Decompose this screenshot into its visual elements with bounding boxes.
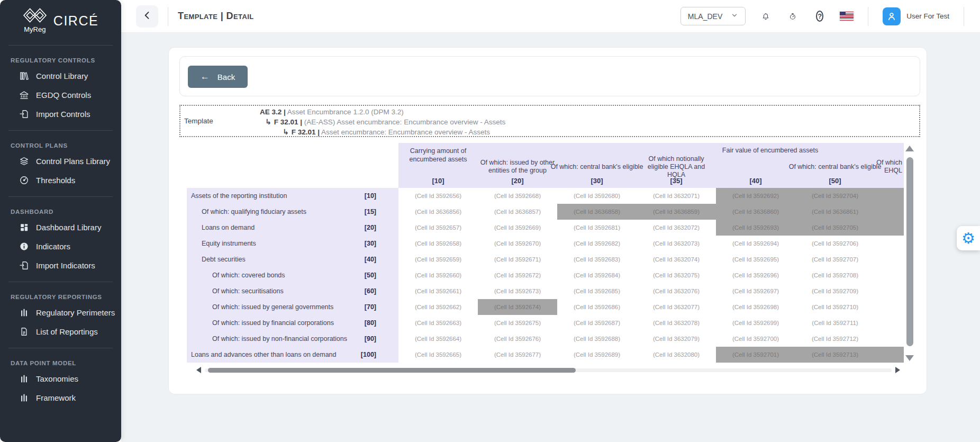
sidebar-item-regulatory-perimeters[interactable]: Regulatory Perimeters <box>0 303 121 322</box>
data-cell-partial[interactable] <box>875 220 904 236</box>
data-cell[interactable]: (Cell Id 3592693) <box>716 220 795 236</box>
environment-select[interactable]: MLA_DEV <box>680 7 746 25</box>
data-cell[interactable]: (Cell Id 3592657) <box>398 220 478 236</box>
data-cell[interactable]: (Cell Id 3592665) <box>398 347 478 363</box>
data-cell[interactable]: (Cell Id 3636857) <box>478 204 557 220</box>
data-cell[interactable]: (Cell Id 3592676) <box>478 331 557 347</box>
data-cell[interactable]: (Cell Id 3592668) <box>478 188 557 204</box>
help-icon[interactable]: ? <box>813 10 827 23</box>
sidebar-item-taxonomies[interactable]: Taxonomies <box>0 369 121 388</box>
data-cell[interactable]: (Cell Id 3592681) <box>557 220 637 236</box>
sidebar-item-indicators[interactable]: Indicators <box>0 237 121 256</box>
data-cell[interactable]: (Cell Id 3632075) <box>637 267 716 283</box>
data-cell-partial[interactable] <box>875 315 904 331</box>
data-cell[interactable]: (Cell Id 3592664) <box>398 331 478 347</box>
notifications-bell-icon[interactable] <box>759 10 773 23</box>
sidebar-item-list-of-reportings[interactable]: List of Reportings <box>0 322 121 341</box>
data-cell[interactable]: (Cell Id 3592669) <box>478 220 557 236</box>
data-cell[interactable]: (Cell Id 3636861) <box>795 204 875 220</box>
scroll-left-arrow[interactable] <box>196 367 201 373</box>
data-cell[interactable]: (Cell Id 3592661) <box>398 283 478 299</box>
data-cell[interactable]: (Cell Id 3592682) <box>557 236 637 251</box>
sidebar-item-control-library[interactable]: Control Library <box>0 66 121 85</box>
data-cell[interactable]: (Cell Id 3632077) <box>637 299 716 315</box>
data-cell[interactable]: (Cell Id 3592700) <box>716 331 795 347</box>
data-cell[interactable]: (Cell Id 3592660) <box>398 267 478 283</box>
data-cell[interactable]: (Cell Id 3632080) <box>637 347 716 363</box>
data-cell[interactable]: (Cell Id 3632079) <box>637 331 716 347</box>
data-cell[interactable]: (Cell Id 3592680) <box>557 188 637 204</box>
data-cell[interactable]: (Cell Id 3592684) <box>557 267 637 283</box>
data-cell[interactable]: (Cell Id 3592698) <box>716 299 795 315</box>
data-cell-partial[interactable] <box>875 347 904 363</box>
data-cell[interactable]: (Cell Id 3636856) <box>398 204 478 220</box>
data-cell[interactable]: (Cell Id 3592670) <box>478 236 557 251</box>
data-cell[interactable]: (Cell Id 3632076) <box>637 283 716 299</box>
data-cell[interactable]: (Cell Id 3592674) <box>478 299 557 315</box>
horizontal-scrollbar[interactable] <box>196 366 900 374</box>
data-cell[interactable]: (Cell Id 3592672) <box>478 267 557 283</box>
data-cell-partial[interactable] <box>875 283 904 299</box>
data-cell[interactable]: (Cell Id 3592658) <box>398 236 478 251</box>
data-cell[interactable]: (Cell Id 3592697) <box>716 283 795 299</box>
data-cell[interactable]: (Cell Id 3592712) <box>795 331 875 347</box>
data-cell[interactable]: (Cell Id 3632074) <box>637 251 716 267</box>
data-cell[interactable]: (Cell Id 3592705) <box>795 220 875 236</box>
data-cell[interactable]: (Cell Id 3592656) <box>398 188 478 204</box>
sidebar-item-framework[interactable]: Framework <box>0 388 121 407</box>
data-cell[interactable]: (Cell Id 3632078) <box>637 315 716 331</box>
data-cell[interactable]: (Cell Id 3592685) <box>557 283 637 299</box>
data-cell[interactable]: (Cell Id 3636858) <box>557 204 637 220</box>
data-cell[interactable]: (Cell Id 3592687) <box>557 315 637 331</box>
data-cell[interactable]: (Cell Id 3592708) <box>795 267 875 283</box>
data-cell[interactable]: (Cell Id 3592704) <box>795 188 875 204</box>
sidebar-item-control-plans-library[interactable]: Control Plans Library <box>0 151 121 170</box>
data-cell[interactable]: (Cell Id 3592701) <box>716 347 795 363</box>
data-cell[interactable]: (Cell Id 3592689) <box>557 347 637 363</box>
data-cell[interactable]: (Cell Id 3592663) <box>398 315 478 331</box>
vertical-scroll-thumb[interactable] <box>906 157 913 346</box>
sidebar-item-import-controls[interactable]: Import Controls <box>0 104 121 123</box>
data-cell[interactable]: (Cell Id 3592677) <box>478 347 557 363</box>
data-cell[interactable]: (Cell Id 3592673) <box>478 283 557 299</box>
data-cell-partial[interactable] <box>875 331 904 347</box>
data-cell-partial[interactable] <box>875 236 904 251</box>
back-button[interactable]: ← Back <box>188 66 248 88</box>
data-cell-partial[interactable] <box>875 299 904 315</box>
data-cell[interactable]: (Cell Id 3592695) <box>716 251 795 267</box>
data-cell[interactable]: (Cell Id 3592707) <box>795 251 875 267</box>
us-flag-icon[interactable] <box>840 12 854 21</box>
data-cell[interactable]: (Cell Id 3636859) <box>637 204 716 220</box>
data-cell[interactable]: (Cell Id 3592692) <box>716 188 795 204</box>
data-cell[interactable]: (Cell Id 3632073) <box>637 236 716 251</box>
sidebar-item-dashboard-library[interactable]: Dashboard Library <box>0 218 121 237</box>
scroll-right-arrow[interactable] <box>895 367 900 373</box>
data-cell[interactable]: (Cell Id 3592659) <box>398 251 478 267</box>
user-menu[interactable]: User For Test <box>883 7 949 25</box>
horizontal-scroll-thumb[interactable] <box>208 368 576 373</box>
data-cell[interactable]: (Cell Id 3592713) <box>795 347 875 363</box>
timer-stopwatch-icon[interactable] <box>786 10 800 23</box>
data-cell[interactable]: (Cell Id 3592696) <box>716 267 795 283</box>
data-cell[interactable]: (Cell Id 3592683) <box>557 251 637 267</box>
data-cell[interactable]: (Cell Id 3632072) <box>637 220 716 236</box>
data-cell[interactable]: (Cell Id 3636860) <box>716 204 795 220</box>
data-cell[interactable]: (Cell Id 3592686) <box>557 299 637 315</box>
data-cell[interactable]: (Cell Id 3592706) <box>795 236 875 251</box>
data-cell[interactable]: (Cell Id 3592671) <box>478 251 557 267</box>
sidebar-item-import-indicators[interactable]: Import Indicators <box>0 256 121 275</box>
data-cell-partial[interactable] <box>875 204 904 220</box>
data-cell[interactable]: (Cell Id 3592675) <box>478 315 557 331</box>
sidebar-item-egdq-controls[interactable]: EGDQ Controls <box>0 85 121 104</box>
scroll-up-arrow[interactable] <box>905 146 914 151</box>
data-cell[interactable]: (Cell Id 3592688) <box>557 331 637 347</box>
data-cell[interactable]: (Cell Id 3592662) <box>398 299 478 315</box>
back-chevron-button[interactable] <box>136 5 158 28</box>
data-cell-partial[interactable] <box>875 251 904 267</box>
data-cell[interactable]: (Cell Id 3592710) <box>795 299 875 315</box>
data-cell-partial[interactable] <box>875 188 904 204</box>
settings-gear-button[interactable]: ⚙ <box>957 226 980 250</box>
data-cell[interactable]: (Cell Id 3592694) <box>716 236 795 251</box>
sidebar-item-thresholds[interactable]: Thresholds <box>0 170 121 190</box>
data-cell[interactable]: (Cell Id 3632071) <box>637 188 716 204</box>
